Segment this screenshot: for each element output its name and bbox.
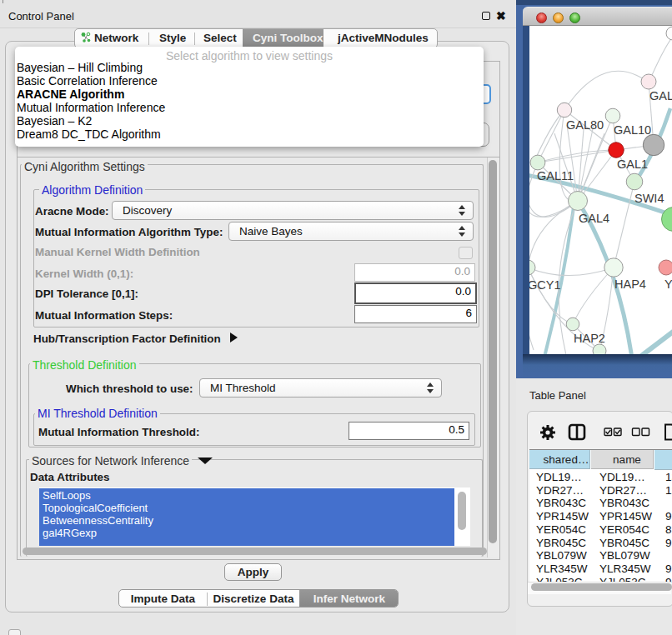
svg-text:GAL10: GAL10: [614, 123, 651, 137]
svg-text:GAL80: GAL80: [566, 118, 604, 132]
svg-text:HAP2: HAP2: [574, 332, 605, 345]
svg-text:GAL11: GAL11: [537, 169, 574, 182]
svg-text:GAL7: GAL7: [649, 89, 672, 102]
svg-text:Y: Y: [664, 278, 672, 291]
svg-text:HAP4: HAP4: [614, 278, 646, 291]
svg-text:GAL1: GAL1: [617, 158, 648, 171]
svg-text:SWI4: SWI4: [634, 192, 664, 205]
svg-text:GAL4: GAL4: [579, 212, 609, 225]
svg-text:GCY1: GCY1: [529, 278, 561, 292]
